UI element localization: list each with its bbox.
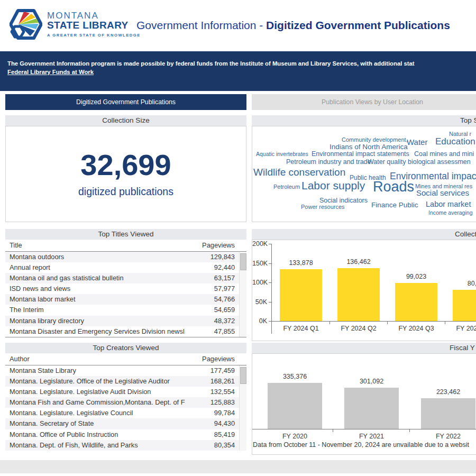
bar-fy-2024-q3[interactable] <box>395 283 437 321</box>
wordcloud-word[interactable]: Petroleum <box>273 184 300 190</box>
wordcloud-word[interactable]: Petroleum industry and trade <box>286 158 371 166</box>
cell-pageviews: 125,883 <box>185 397 246 408</box>
wordcloud-word[interactable]: Environmental impact statements <box>312 150 409 158</box>
wordcloud-word[interactable]: Education <box>435 136 475 147</box>
column-header-pageviews: Pageviews <box>185 240 246 251</box>
table-row[interactable]: Montana Fish and Game Commission,Montana… <box>5 397 246 408</box>
bar-fy-2024-q1[interactable] <box>280 269 322 321</box>
cell-pageviews: 54,659 <box>185 305 246 315</box>
wordcloud-word[interactable]: Water quality biological assessmen <box>368 158 471 166</box>
table-row[interactable]: Montana labor market54,766 <box>5 294 246 305</box>
federal-library-funds-link[interactable]: Federal Library Funds at Work <box>7 68 94 76</box>
cell-name: Montana. Legislature. Legislative Audit … <box>5 387 185 397</box>
wordcloud-word[interactable]: Social services <box>416 188 469 197</box>
table-row[interactable]: Montana. Secretary of State94,430 <box>5 418 246 429</box>
bar-fy-2022[interactable] <box>421 398 475 429</box>
msl-logo: MONTANA STATE LIBRARY A GREATER STATE OF… <box>10 9 141 40</box>
msl-logo-mark <box>10 9 42 40</box>
collection-size-header: Collection Size <box>5 115 246 126</box>
wordcloud-word[interactable]: Indians of North America <box>329 143 408 151</box>
page-title-prefix: Government Information - <box>136 19 266 31</box>
table-row[interactable]: Montana outdoors129,843 <box>5 252 246 262</box>
wordcloud-word[interactable]: Community development, <box>342 136 408 143</box>
tab-label: Publication Views by User Location <box>322 98 423 106</box>
top-subjects-wordcloud: Natural rCommunity development,WaterEduc… <box>252 126 476 222</box>
top-titles-table: Title Pageviews Montana outdoors129,843A… <box>5 240 246 337</box>
y-axis-tick <box>269 302 271 303</box>
category-tick <box>333 429 333 432</box>
bar-fy-2024-q2[interactable] <box>337 268 380 321</box>
category-tick <box>445 321 445 324</box>
wordcloud-word[interactable]: Social indicators <box>319 197 368 204</box>
wordcloud-word[interactable]: Labor supply <box>301 179 365 192</box>
cell-pageviews: 57,977 <box>185 283 246 294</box>
wordcloud-word[interactable]: Coal mines and mini <box>414 150 474 158</box>
table-row[interactable]: Montana. Office of Public Instruction85,… <box>5 429 246 440</box>
x-axis-label: FY 2024 Q2 <box>327 325 390 332</box>
bar-value-label: 99,023 <box>385 273 448 280</box>
tab-publication-views-by-user-location[interactable]: Publication Views by User Location <box>252 94 476 110</box>
cell-name: Annual report <box>5 262 185 273</box>
top-titles-header: Top Titles Viewed <box>5 229 246 240</box>
wordcloud-word[interactable]: Aquatic invertebrates <box>256 151 308 157</box>
vertical-scrollbar[interactable] <box>239 252 246 337</box>
collection-count-caption: digitized publications <box>78 186 173 198</box>
table-row[interactable]: Montana. Legislature. Legislative Counci… <box>5 408 246 418</box>
cell-pageviews: 99,784 <box>185 408 246 418</box>
table-body: Montana outdoors129,843Annual report92,4… <box>5 252 246 337</box>
wordcloud-word[interactable]: Labor market <box>426 200 471 208</box>
cell-pageviews: 168,261 <box>185 376 246 387</box>
wordcloud-word[interactable]: Roads <box>373 179 414 195</box>
cell-pageviews: 132,554 <box>185 387 246 397</box>
y-axis-tick <box>269 244 271 244</box>
page-title: Government Information - Digitized Gover… <box>136 19 450 32</box>
table-row[interactable]: Montana library directory48,372 <box>5 316 246 326</box>
bar-value-label: 223,462 <box>417 388 476 396</box>
wordcloud-word[interactable]: Finance Public <box>371 201 418 209</box>
x-axis-label: FY 2022 <box>417 433 476 440</box>
header: MONTANA STATE LIBRARY A GREATER STATE OF… <box>0 0 476 51</box>
bar-fy-2021[interactable] <box>344 388 399 429</box>
y-axis-line <box>271 244 272 334</box>
y-axis-tick <box>269 282 271 283</box>
table-row[interactable]: Montana State Library177,459 <box>5 365 246 376</box>
table-row[interactable]: The Interim54,659 <box>5 305 246 315</box>
wordcloud-word[interactable]: Water <box>407 138 427 147</box>
vertical-scrollbar[interactable] <box>239 365 246 450</box>
logo-tagline: A GREATER STATE OF KNOWLEDGE <box>47 33 141 38</box>
x-axis-label: FY 2021 <box>340 433 404 440</box>
collection-size-panel: 32,699 digitized publications <box>5 126 246 222</box>
cell-pageviews: 54,766 <box>185 294 246 305</box>
table-row[interactable]: Montana. Dept. of Fish, Wildlife, and Pa… <box>5 440 246 451</box>
x-axis-label: FY 2024 Q3 <box>385 325 448 332</box>
scrollbar-thumb[interactable] <box>240 367 246 384</box>
table-row[interactable]: Montana Disaster and Emergency Services … <box>5 326 246 337</box>
bar-value-label: 133,878 <box>269 259 333 267</box>
table-row[interactable]: Annual report92,440 <box>5 262 246 273</box>
x-axis-label: FY 2024 Q1 <box>269 325 333 332</box>
panel-title: Top Creators Viewed <box>93 344 159 352</box>
cell-name: Montana oil and gas statistical bulletin <box>5 273 185 283</box>
cell-name: Montana State Library <box>5 365 185 376</box>
table-row[interactable]: ISD news and views57,977 <box>5 283 246 294</box>
collection-use-quarterly-chart: 133,878FY 2024 Q1136,462FY 2024 Q299,023… <box>252 240 476 341</box>
table-row[interactable]: Montana. Legislature. Office of the Legi… <box>5 376 246 387</box>
scrollbar-thumb[interactable] <box>240 253 246 270</box>
table-row[interactable]: Montana oil and gas statistical bulletin… <box>5 273 246 283</box>
cell-name: ISD news and views <box>5 283 185 294</box>
wordcloud-word[interactable]: Income averaging <box>428 209 472 216</box>
tab-digitized-government-publications[interactable]: Digitized Government Publications <box>5 94 246 110</box>
fiscal-year-chart: 335,376FY 2020301,092FY 2021223,462FY 20… <box>252 353 476 455</box>
table-row[interactable]: Montana. Legislature. Legislative Audit … <box>5 387 246 397</box>
cell-name: Montana labor market <box>5 294 185 305</box>
cell-name: Montana Fish and Game Commission,Montana… <box>5 397 185 408</box>
bar-fy-2024-q4[interactable] <box>453 290 476 321</box>
cell-name: Montana library directory <box>5 316 185 326</box>
category-tick <box>387 321 388 324</box>
bar-value-label: 136,462 <box>327 258 390 266</box>
wordcloud-word[interactable]: Wildlife conservation <box>253 167 345 178</box>
bar-fy-2020[interactable] <box>268 383 322 429</box>
column-header-title: Title <box>5 240 185 251</box>
funding-banner: The Government Information program is ma… <box>0 51 476 91</box>
wordcloud-word[interactable]: Power resources <box>301 204 345 210</box>
